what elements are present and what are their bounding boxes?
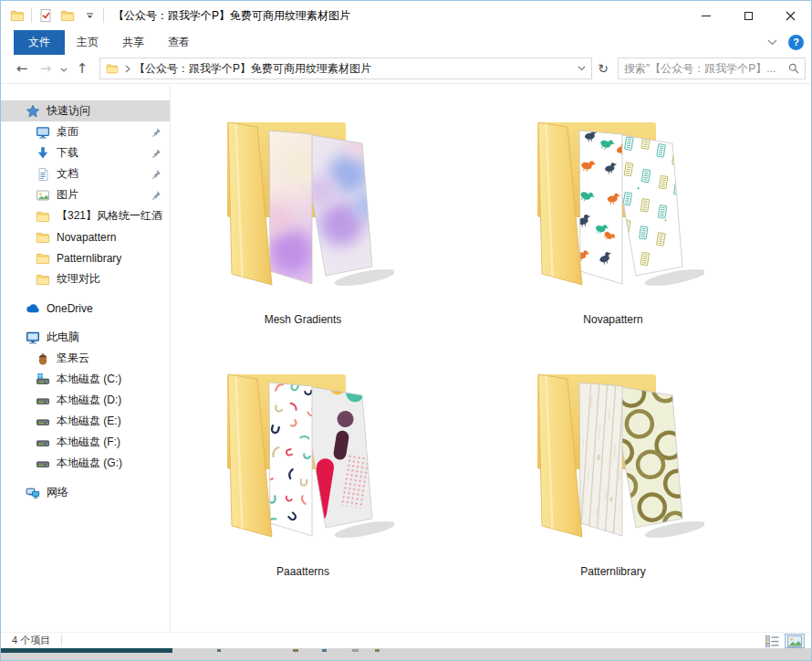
- minimize-button[interactable]: [685, 1, 727, 30]
- sidebar-item-label: 网络: [47, 485, 68, 500]
- close-icon: [786, 11, 796, 21]
- sidebar-item-label: 纹理对比: [57, 271, 100, 287]
- sidebar-item-label: 快速访问: [47, 103, 90, 119]
- search-icon[interactable]: [788, 63, 799, 74]
- pin-icon: [151, 148, 161, 158]
- address-dropdown-chevron-icon[interactable]: [578, 66, 586, 71]
- status-separator: [61, 635, 62, 646]
- folder-icon: [35, 209, 50, 224]
- help-button[interactable]: ?: [788, 35, 804, 50]
- sidebar-item-texture-compare[interactable]: 纹理对比: [1, 268, 170, 289]
- drive-icon: [35, 456, 50, 471]
- search-box: [618, 58, 806, 79]
- sidebar-item-disk-f[interactable]: 本地磁盘 (F:): [1, 432, 170, 453]
- large-icons-view-button[interactable]: [785, 634, 805, 648]
- folder-thumbnail-novapattern: [522, 110, 704, 306]
- quick-access-toolbar: [1, 7, 104, 24]
- pin-icon: [151, 127, 161, 137]
- pin-icon: [151, 190, 161, 200]
- sidebar-item-onedrive[interactable]: OneDrive: [1, 298, 170, 319]
- sidebar-item-label: 文档: [57, 166, 78, 182]
- ribbon-collapse-chevron-icon[interactable]: [767, 39, 777, 46]
- sidebar-item-disk-g[interactable]: 本地磁盘 (G:): [1, 453, 170, 474]
- drive-icon: [35, 393, 50, 408]
- folder-label: Patternlibrary: [522, 565, 704, 578]
- sidebar-item-patternlibrary[interactable]: Patternlibrary: [1, 247, 170, 268]
- folder-item-novapattern[interactable]: Novapattern: [522, 110, 704, 326]
- up-button[interactable]: ↑: [70, 60, 94, 77]
- taskbar-speck: [352, 649, 359, 652]
- taskbar-speck: [293, 649, 298, 652]
- folder-item-paaatterns[interactable]: Paaatterns: [212, 362, 394, 578]
- toolbar-separator: [103, 8, 104, 23]
- title-bar: 【公众号：跟我学个P】免费可商用纹理素材图片: [1, 1, 811, 30]
- tab-share[interactable]: 共享: [110, 30, 156, 55]
- sidebar-item-downloads[interactable]: 下载: [1, 142, 170, 163]
- sidebar-item-label: 本地磁盘 (F:): [57, 435, 120, 450]
- sidebar-item-folder-321-red-wine[interactable]: 【321】风格统一红酒: [1, 205, 170, 226]
- sidebar-item-label: 下载: [57, 145, 78, 161]
- folder-item-mesh-gradients[interactable]: Mesh Gradients: [212, 110, 394, 326]
- nutstore-icon: [35, 351, 50, 366]
- downloads-icon: [35, 146, 50, 161]
- sidebar-item-documents[interactable]: 文档: [1, 163, 170, 184]
- desktop-icon: [35, 125, 50, 140]
- sidebar-item-desktop[interactable]: 桌面: [1, 121, 170, 142]
- breadcrumb-path[interactable]: 【公众号：跟我学个P】免费可商用纹理素材图片: [134, 61, 578, 77]
- items-count: 4 个项目: [1, 634, 50, 647]
- navigation-bar: ← → ↑ 【公众号：跟我学个P】免费可商用纹理素材图片 ↻: [1, 54, 811, 84]
- large-icons-view-icon: [787, 635, 802, 647]
- sidebar-item-pictures[interactable]: 图片: [1, 184, 170, 205]
- tab-home[interactable]: 主页: [65, 30, 110, 55]
- explorer-folder-icon[interactable]: [9, 7, 26, 24]
- sidebar-item-disk-d[interactable]: 本地磁盘 (D:): [1, 390, 170, 411]
- sidebar-item-this-pc[interactable]: 此电脑: [1, 327, 170, 348]
- sidebar-item-label: Novapattern: [57, 231, 116, 244]
- main-area: 快速访问桌面下载文档图片【321】风格统一红酒NovapatternPatter…: [1, 85, 811, 632]
- folder-thumbnail-mesh-gradients: [212, 110, 394, 306]
- forward-button[interactable]: →: [34, 60, 57, 77]
- maximize-icon: [744, 12, 753, 20]
- sidebar-item-label: 图片: [57, 187, 78, 203]
- tab-file[interactable]: 文件: [14, 30, 65, 55]
- taskbar-speck: [322, 649, 327, 652]
- details-view-button[interactable]: [762, 634, 782, 648]
- address-bar[interactable]: 【公众号：跟我学个P】免费可商用纹理素材图片: [99, 58, 592, 79]
- sidebar-item-novapattern[interactable]: Novapattern: [1, 226, 170, 247]
- recent-locations-chevron-icon[interactable]: [57, 60, 70, 77]
- close-button[interactable]: [769, 1, 811, 30]
- file-list-area: Mesh Gradients: [171, 85, 811, 632]
- folder-item-patternlibrary[interactable]: Patternlibrary: [522, 362, 704, 578]
- tab-view[interactable]: 查看: [156, 30, 202, 55]
- navigation-pane: 快速访问桌面下载文档图片【321】风格统一红酒NovapatternPatter…: [1, 85, 171, 632]
- breadcrumb-chevron-icon[interactable]: [125, 65, 130, 73]
- sidebar-item-disk-c[interactable]: 本地磁盘 (C:): [1, 369, 170, 390]
- sidebar-item-quick-access[interactable]: 快速访问: [1, 100, 170, 121]
- window-controls: [685, 1, 811, 30]
- refresh-button[interactable]: ↻: [592, 61, 614, 76]
- maximize-button[interactable]: [727, 1, 769, 30]
- folder-icon[interactable]: [59, 7, 76, 24]
- sidebar-item-label: 本地磁盘 (C:): [57, 372, 121, 387]
- sidebar-item-nutstore[interactable]: 坚果云: [1, 348, 170, 369]
- sidebar-item-label: 坚果云: [57, 351, 89, 366]
- details-view-icon: [765, 635, 779, 647]
- qat-dropdown-caret-icon[interactable]: [81, 7, 98, 24]
- folder-thumbnail-paaatterns: [212, 362, 394, 558]
- folder-icon: [35, 251, 50, 266]
- taskbar-teal-segment: [1, 648, 172, 653]
- window-title: 【公众号：跟我学个P】免费可商用纹理素材图片: [113, 8, 685, 24]
- checkmark-document-icon[interactable]: [37, 7, 54, 24]
- sidebar-item-disk-e[interactable]: 本地磁盘 (E:): [1, 411, 170, 432]
- back-button[interactable]: ←: [10, 60, 34, 77]
- pictures-icon: [35, 188, 50, 203]
- sidebar-item-label: 本地磁盘 (D:): [57, 393, 121, 408]
- taskbar-edge: [1, 648, 811, 660]
- search-input[interactable]: [619, 62, 788, 75]
- folder-thumbnail-patternlibrary: [522, 362, 704, 558]
- taskbar-speck: [375, 649, 380, 652]
- sidebar-item-label: 此电脑: [47, 330, 79, 345]
- drive-icon: [35, 435, 50, 450]
- sidebar-item-network[interactable]: 网络: [1, 482, 170, 503]
- folder-icon: [35, 230, 50, 245]
